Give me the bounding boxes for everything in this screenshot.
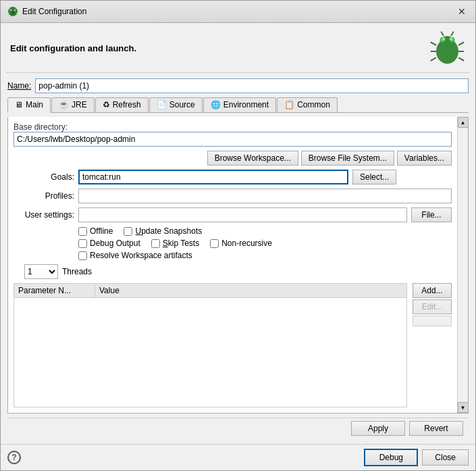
tab-source[interactable]: 📄 Source [149,97,203,112]
offline-label: Offline [90,226,113,236]
tab-source-icon: 📄 [157,100,167,109]
tab-refresh-label: Refresh [113,100,141,109]
browse-buttons-row: Browse Workspace... Browse File System..… [14,151,462,166]
tab-main[interactable]: 🖥 Main [7,97,51,113]
title-bar-left: Edit Configuration [7,6,86,17]
dialog-header-title: Edit configuration and launch. [10,43,136,53]
tab-environment-icon: 🌐 [211,100,221,109]
table-col-param: Parameter N... [14,284,95,297]
svg-line-21 [451,32,454,36]
svg-line-4 [9,7,10,9]
resolve-workspace-checkbox[interactable]: Resolve Workspace artifacts [78,251,192,260]
offline-checkbox[interactable]: Offline [78,226,113,236]
tab-environment[interactable]: 🌐 Environment [203,97,276,112]
browse-workspace-button[interactable]: Browse Workspace... [207,151,298,166]
base-directory-label: Base directory: [14,122,462,132]
user-settings-row: User settings: File... [14,207,462,222]
goals-input[interactable] [78,170,348,184]
apply-revert-row: Apply Revert [7,418,469,439]
table-header: Parameter N... Value [14,284,406,298]
edit-configuration-dialog: Edit Configuration ✕ Edit configuration … [0,0,476,471]
scroll-down-arrow[interactable]: ▼ [458,402,469,413]
svg-line-20 [441,32,444,36]
profiles-input[interactable] [78,189,452,203]
table-body [14,298,406,407]
browse-filesystem-button[interactable]: Browse File System... [301,151,394,166]
tab-jre[interactable]: ☕ JRE [51,97,95,112]
svg-point-3 [11,11,15,14]
debug-button[interactable]: Debug [364,449,418,466]
title-text: Edit Configuration [22,7,86,16]
apply-button[interactable]: Apply [351,421,405,436]
goals-select-button[interactable]: Select... [352,170,396,184]
user-settings-file-button[interactable]: File... [411,207,452,222]
help-icon[interactable]: ? [7,451,21,464]
table-buttons: Add... Edit... [410,283,452,407]
svg-line-8 [8,14,9,16]
tab-refresh-icon: ♻ [103,100,110,109]
revert-button[interactable]: Revert [409,421,463,436]
checkboxes-area: Offline Update Snapshots Debug Output Sk… [14,226,462,260]
scroll-up-arrow[interactable]: ▲ [458,117,469,128]
goals-row: Goals: Select... [14,170,462,184]
base-directory-section: Base directory: [14,122,462,147]
profiles-label: Profiles: [14,191,74,201]
bug-logo [429,30,466,67]
dialog-header: Edit configuration and launch. [1,23,475,72]
checkbox-row-2: Debug Output Skip Tests Non-recursive [78,239,452,248]
debug-output-checkbox[interactable]: Debug Output [78,239,140,248]
tab-main-label: Main [26,100,43,109]
name-input[interactable] [35,78,469,93]
variables-button[interactable]: Variables... [397,151,452,166]
svg-point-1 [10,9,11,11]
main-panel: ▲ ▼ Base directory: Browse Workspace... … [7,117,469,414]
parameters-table: Parameter N... Value [14,283,407,407]
svg-line-17 [458,42,464,45]
user-settings-input[interactable] [78,207,407,222]
debug-output-label: Debug Output [90,239,140,248]
threads-row: 1 2 4 Threads [14,264,462,279]
tab-main-icon: 🖥 [15,100,23,109]
tab-environment-label: Environment [223,100,269,109]
footer-right: Debug Close [364,449,469,466]
skip-tests-label: kip Tests [168,239,199,248]
close-button[interactable]: Close [422,449,469,466]
dialog-icon [7,6,18,17]
resolve-workspace-label: Resolve Workspace artifacts [90,251,192,260]
update-snapshots-checkbox[interactable]: Update Snapshots [124,226,202,236]
threads-label: Threads [62,267,92,276]
checkbox-row-3: Resolve Workspace artifacts [78,251,452,260]
svg-point-22 [442,37,446,41]
goals-label: Goals: [14,172,74,182]
name-row: Name: [7,78,469,93]
svg-point-2 [14,9,16,11]
add-button[interactable]: Add... [413,283,452,298]
edit-button[interactable]: Edit... [413,299,452,314]
svg-line-16 [431,57,436,61]
title-bar: Edit Configuration ✕ [1,1,475,23]
profiles-row: Profiles: [14,189,462,203]
table-scrollbar[interactable] [413,316,452,326]
footer-row: ? Debug Close [1,444,475,470]
checkbox-row-1: Offline Update Snapshots [78,226,452,236]
tab-refresh[interactable]: ♻ Refresh [95,97,149,112]
name-label: Name: [7,81,31,91]
content-area: Name: 🖥 Main ☕ JRE ♻ Refresh 📄 Source 🌐 [1,73,475,444]
svg-line-9 [16,14,18,16]
close-icon[interactable]: ✕ [455,5,469,18]
base-directory-input[interactable] [14,132,452,147]
tab-jre-icon: ☕ [59,100,69,109]
non-recursive-checkbox[interactable]: Non-recursive [210,239,272,248]
scrollbar-right[interactable]: ▲ ▼ [457,117,468,413]
tabs-bar: 🖥 Main ☕ JRE ♻ Refresh 📄 Source 🌐 Enviro… [7,97,469,113]
tab-source-label: Source [169,100,195,109]
tab-common[interactable]: 📋 Common [277,97,338,112]
svg-line-14 [431,42,436,45]
skip-tests-checkbox[interactable]: Skip Tests [151,239,199,248]
update-snapshots-label: pdate Snapshots [141,226,202,236]
threads-select[interactable]: 1 2 4 [24,264,58,279]
tab-jre-label: JRE [72,100,87,109]
user-settings-label: User settings: [14,210,74,220]
tab-common-label: Common [297,100,330,109]
svg-line-19 [458,57,464,61]
